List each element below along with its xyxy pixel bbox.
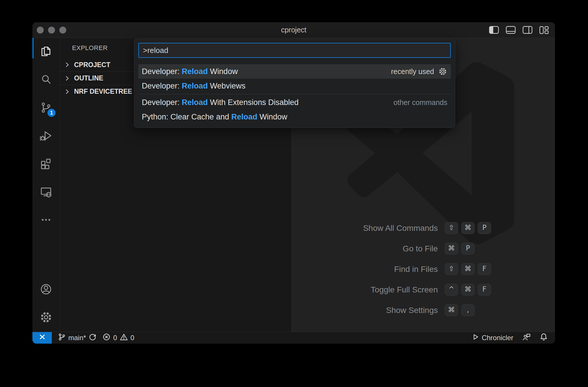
- shortcut-label: Show All Commands: [292, 224, 438, 233]
- p-key: P: [461, 243, 475, 255]
- account-icon: [39, 283, 53, 297]
- shortcut-label: Find in Files: [292, 265, 438, 274]
- toggle-panel-icon[interactable]: [506, 26, 516, 34]
- sidebar-item-remote-explorer[interactable]: [32, 178, 60, 206]
- section-label: CPROJECT: [74, 61, 110, 69]
- chronicler-status[interactable]: Chronicler: [472, 333, 513, 342]
- shortcut-row: Go to File ⌘ P: [292, 238, 555, 259]
- sync-icon[interactable]: [89, 333, 97, 343]
- shortcut-label: Go to File: [292, 244, 438, 253]
- shortcut-keys: ⌘ P: [445, 243, 555, 255]
- comma-key: ,: [461, 304, 475, 316]
- git-branch-icon: [58, 333, 66, 343]
- cmd-key: ⌘: [461, 263, 475, 275]
- command-item-python-clear-cache[interactable]: Python: Clear Cache and Reload Window: [138, 110, 451, 124]
- command-list: Developer: Reload Window recently used D…: [138, 64, 451, 124]
- shortcut-row: Show All Commands ⇧ ⌘ P: [292, 218, 555, 238]
- shift-key: ⇧: [445, 263, 458, 275]
- sidebar-item-more[interactable]: [32, 206, 60, 234]
- files-icon: [39, 45, 53, 59]
- search-icon: [39, 73, 53, 87]
- accounts-button[interactable]: [32, 276, 60, 304]
- command-text: Developer: Reload Window: [142, 67, 238, 76]
- activity-bar-top: 1: [32, 38, 60, 234]
- branch-name: main*: [68, 334, 86, 342]
- layout-controls: [489, 22, 549, 38]
- warnings-count: 0: [131, 334, 134, 342]
- group-separator: [138, 94, 451, 94]
- errors-icon: [102, 333, 111, 343]
- toggle-primary-sidebar-icon[interactable]: [489, 26, 499, 34]
- vscode-window: cproject: [32, 22, 555, 344]
- bell-icon[interactable]: [539, 333, 548, 343]
- command-meta: other commands: [394, 98, 447, 107]
- warnings-icon: [120, 333, 128, 343]
- configure-keybinding-gear-icon[interactable]: [438, 67, 447, 76]
- chevron-right-icon: [64, 62, 70, 68]
- command-meta: recently used: [391, 67, 434, 76]
- debug-icon: [39, 129, 53, 143]
- cmd-key: ⌘: [461, 222, 475, 234]
- sidebar-item-explorer[interactable]: [32, 38, 60, 66]
- remote-indicator[interactable]: [32, 332, 52, 344]
- customize-layout-icon[interactable]: [539, 26, 549, 34]
- settings-button[interactable]: [32, 304, 60, 332]
- section-label: OUTLINE: [74, 74, 103, 82]
- activity-bar: 1: [32, 38, 60, 332]
- shortcut-row: Find in Files ⇧ ⌘ F: [292, 259, 555, 279]
- close-window-button[interactable]: [37, 27, 44, 34]
- cmd-key: ⌘: [445, 243, 458, 255]
- shortcut-keys: ⌘ ,: [445, 304, 555, 316]
- f-key: F: [478, 263, 491, 275]
- command-text: Developer: Reload With Extensions Disabl…: [142, 98, 299, 107]
- command-item-reload-window[interactable]: Developer: Reload Window recently used: [138, 64, 451, 79]
- errors-count: 0: [113, 334, 117, 342]
- shortcut-row: Show Settings ⌘ ,: [292, 300, 555, 320]
- command-palette: Developer: Reload Window recently used D…: [134, 38, 455, 128]
- title-bar: cproject: [32, 22, 555, 38]
- section-label: NRF DEVICETREE: [74, 88, 132, 95]
- command-input[interactable]: [138, 43, 451, 58]
- cmd-key: ⌘: [461, 284, 475, 296]
- shortcut-label: Toggle Full Screen: [292, 285, 438, 294]
- desktop-background: cproject: [0, 0, 588, 387]
- status-bar-right: Chronicler: [472, 333, 555, 343]
- cmd-key: ⌘: [445, 304, 458, 316]
- window-title: cproject: [32, 26, 555, 34]
- sidebar-item-run-and-debug[interactable]: [32, 122, 60, 150]
- sidebar-item-extensions[interactable]: [32, 150, 60, 178]
- shortcut-keys: ⇧ ⌘ P: [445, 222, 555, 234]
- chevron-right-icon: [64, 89, 70, 95]
- activity-bar-bottom: [32, 276, 60, 332]
- shift-key: ⇧: [445, 222, 458, 234]
- play-icon: [472, 333, 479, 342]
- command-item-reload-extensions-disabled[interactable]: Developer: Reload With Extensions Disabl…: [138, 95, 451, 110]
- shortcuts-watermark: Show All Commands ⇧ ⌘ P Go to File ⌘ P: [292, 218, 555, 320]
- ellipsis-icon: [39, 213, 53, 228]
- source-control-badge: 1: [47, 109, 56, 117]
- chronicler-label: Chronicler: [482, 334, 513, 342]
- shortcut-keys: ⇧ ⌘ F: [445, 263, 555, 275]
- chevron-right-icon: [64, 75, 70, 82]
- active-indicator: [32, 38, 34, 58]
- toggle-secondary-sidebar-icon[interactable]: [523, 26, 532, 34]
- ctrl-key: ^: [445, 284, 458, 296]
- command-item-reload-webviews[interactable]: Developer: Reload Webviews: [138, 79, 451, 93]
- problems-status[interactable]: 0 0: [102, 333, 134, 343]
- extensions-icon: [39, 157, 53, 172]
- feedback-icon[interactable]: [522, 333, 531, 343]
- remote-explorer-icon: [39, 185, 53, 200]
- remote-icon: [38, 333, 47, 343]
- branch-status[interactable]: main*: [58, 333, 97, 343]
- gear-icon: [39, 311, 53, 325]
- shortcut-keys: ^ ⌘ F: [445, 284, 555, 296]
- sidebar-item-source-control[interactable]: 1: [32, 94, 60, 122]
- sidebar-item-search[interactable]: [32, 66, 60, 94]
- status-bar: main* 0 0 Chron: [32, 332, 555, 344]
- zoom-window-button[interactable]: [59, 27, 66, 34]
- minimize-window-button[interactable]: [48, 27, 55, 34]
- p-key: P: [478, 222, 491, 234]
- shortcut-row: Toggle Full Screen ^ ⌘ F: [292, 279, 555, 300]
- command-text: Developer: Reload Webviews: [142, 82, 245, 91]
- f-key: F: [478, 284, 491, 296]
